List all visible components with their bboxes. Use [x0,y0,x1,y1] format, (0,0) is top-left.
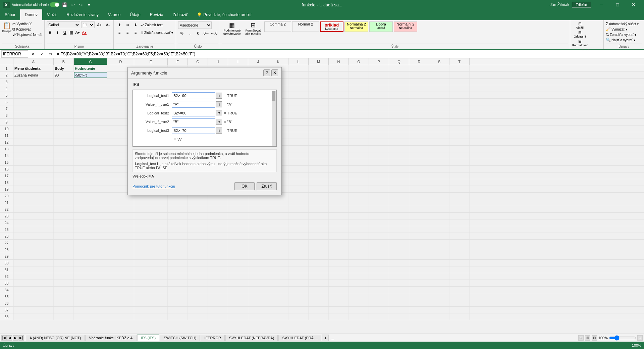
cell-empty[interactable] [134,260,168,266]
cell-empty[interactable] [168,260,188,266]
sheet-tab-switch[interactable]: SWITCH (SWITCH) [160,335,200,341]
tab-zobrazit[interactable]: Zobraziť [168,9,193,20]
save-button[interactable]: 💾 [61,1,68,8]
cell-empty[interactable] [168,199,188,206]
cell-s4[interactable] [429,85,449,92]
cell-empty[interactable] [188,226,208,233]
cell-empty[interactable] [188,206,208,212]
cell-empty[interactable] [188,307,208,313]
font-size-select[interactable]: 11 [81,21,95,28]
cell-empty[interactable] [268,313,288,320]
param-collapse-3[interactable]: ⬆ [216,110,222,116]
cell-o4[interactable] [349,85,369,92]
cell-empty[interactable] [248,287,268,293]
align-middle-button[interactable]: ⬌ [124,21,131,28]
confirm-formula-button[interactable]: ✓ [38,50,46,58]
cell-empty[interactable] [74,260,107,266]
cell-n2[interactable] [329,72,349,78]
cell-empty[interactable] [188,266,208,273]
cell-empty[interactable] [134,280,168,286]
cell-r1[interactable] [409,65,429,71]
cell-empty[interactable] [389,313,409,320]
cell-empty[interactable] [134,233,168,239]
cell-empty[interactable] [389,219,409,226]
row-num-12[interactable]: 12 [0,139,13,145]
param-collapse-4[interactable]: ⬆ [216,119,222,125]
cell-empty[interactable] [248,240,268,246]
cell-empty[interactable] [168,226,188,233]
cell-empty[interactable] [188,313,208,320]
cell-empty[interactable] [309,226,329,233]
cell-empty[interactable] [107,206,134,212]
cell-empty[interactable] [409,287,429,293]
cell-empty[interactable] [288,206,309,212]
cell-empty[interactable] [168,253,188,259]
cell-b2[interactable]: 90 [54,72,74,78]
cell-empty[interactable] [208,233,228,239]
row-num-10[interactable]: 10 [0,126,13,132]
cell-empty[interactable] [329,253,349,259]
cell-empty[interactable] [248,213,268,219]
cell-empty[interactable] [54,146,74,152]
cell-empty[interactable] [329,199,349,206]
tab-first-button[interactable]: |◀ [1,335,7,341]
cell-empty[interactable] [13,159,54,165]
cell-empty[interactable] [54,260,74,266]
cell-empty[interactable] [248,260,268,266]
col-header-q[interactable]: Q [389,58,409,65]
cell-empty[interactable] [329,233,349,239]
cell-empty[interactable] [349,300,369,306]
cell-q2[interactable] [389,72,409,78]
cell-empty[interactable] [168,219,188,226]
cell-empty[interactable] [449,260,470,266]
cell-empty[interactable] [268,280,288,286]
cell-empty[interactable] [349,199,369,206]
cell-t7[interactable] [449,105,470,112]
cell-empty[interactable] [288,313,309,320]
cell-b7[interactable] [54,105,74,112]
cell-empty[interactable] [228,266,248,273]
cell-empty[interactable] [329,266,349,273]
font-family-select[interactable]: Calibri [47,21,80,28]
cell-empty[interactable] [107,280,134,286]
fill-color-button[interactable]: A▾ [74,30,80,36]
param-input-logical-test1[interactable] [172,92,215,99]
cell-empty[interactable] [429,260,449,266]
cell-empty[interactable] [329,179,349,186]
cell-empty[interactable] [329,146,349,152]
row-num-28[interactable]: 28 [0,246,13,253]
cell-empty[interactable] [409,152,429,159]
cell-empty[interactable] [369,132,389,139]
align-bottom-button[interactable]: ⬇ [132,21,139,28]
cell-empty[interactable] [248,300,268,306]
cell-empty[interactable] [208,293,228,300]
more-qat-button[interactable]: ▾ [86,1,92,8]
cell-m5[interactable] [309,92,329,98]
cell-m1[interactable] [309,65,329,71]
cell-a1[interactable]: Meno študenta [13,65,54,71]
row-num-7[interactable]: 7 [0,105,13,112]
cell-empty[interactable] [13,253,54,259]
cell-empty[interactable] [134,300,168,306]
cell-q7[interactable] [389,105,409,112]
cell-empty[interactable] [389,253,409,259]
cell-empty[interactable] [107,300,134,306]
cell-empty[interactable] [188,253,208,259]
cell-empty[interactable] [188,246,208,253]
cell-empty[interactable] [208,300,228,306]
cell-empty[interactable] [449,146,470,152]
cell-empty[interactable] [369,280,389,286]
cell-empty[interactable] [248,253,268,259]
cell-empty[interactable] [248,313,268,320]
cell-empty[interactable] [74,186,107,192]
cell-empty[interactable] [329,206,349,212]
cell-empty[interactable] [54,313,74,320]
cell-empty[interactable] [74,213,107,219]
cell-empty[interactable] [54,172,74,179]
cell-empty[interactable] [329,119,349,125]
cell-empty[interactable] [54,166,74,172]
cell-empty[interactable] [429,179,449,186]
cell-empty[interactable] [409,186,429,192]
cell-m6[interactable] [309,99,329,105]
cell-empty[interactable] [54,307,74,313]
